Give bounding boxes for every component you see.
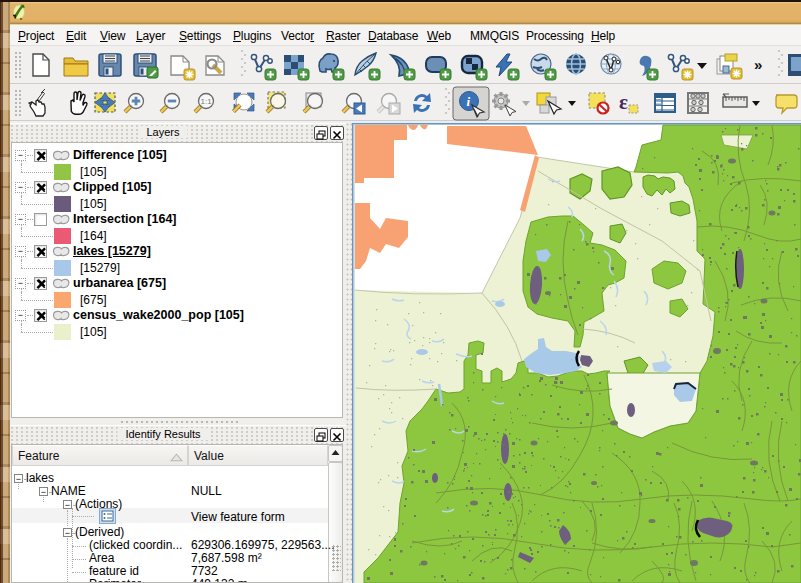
svg-text:ε: ε [619, 90, 628, 114]
svg-text:1:1: 1:1 [201, 97, 213, 106]
svg-text:»: » [754, 56, 762, 73]
svg-text:i: i [467, 94, 471, 109]
